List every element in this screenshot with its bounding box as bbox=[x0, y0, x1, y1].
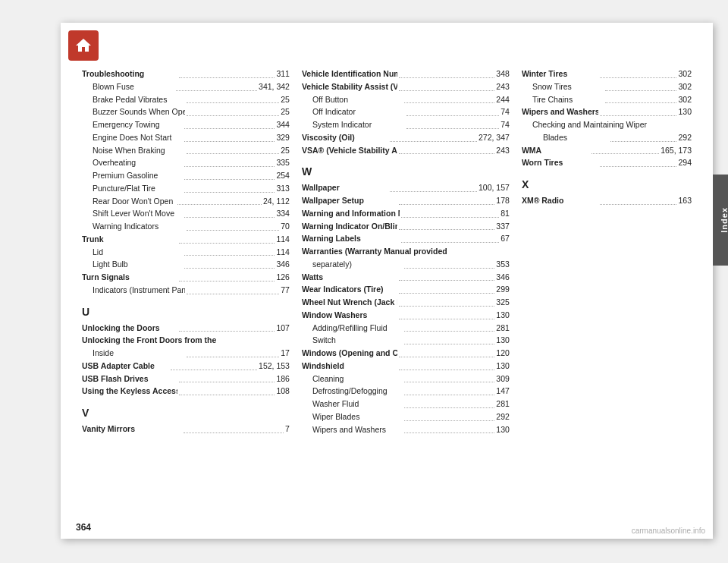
index-tab: Index bbox=[713, 175, 728, 266]
home-icon-button[interactable] bbox=[68, 30, 99, 61]
entry-dots bbox=[184, 119, 275, 129]
entry-page: 348 bbox=[496, 68, 510, 80]
entry-page: 107 bbox=[276, 322, 290, 335]
entry-page: 77 bbox=[281, 285, 290, 297]
index-entry: Watts346 bbox=[302, 272, 510, 284]
column-left: Troubleshooting311Blown Fuse341, 342Brak… bbox=[76, 68, 296, 516]
entry-title: Wiper Blades bbox=[302, 411, 403, 423]
entry-title: Wipers and Washers bbox=[302, 424, 403, 436]
entry-dots bbox=[401, 208, 499, 218]
section-heading: X bbox=[522, 177, 692, 193]
entry-dots bbox=[404, 259, 494, 269]
entry-page: 130 bbox=[496, 424, 510, 436]
entry-title: Using the Keyless Access System bbox=[82, 385, 177, 398]
entry-title: Wallpaper bbox=[302, 182, 389, 194]
entry-dots bbox=[406, 119, 499, 129]
index-entry: USB Adapter Cable152, 153 bbox=[82, 360, 290, 373]
index-entry: Lid114 bbox=[82, 247, 290, 259]
entry-dots bbox=[179, 373, 275, 383]
entry-title: Wipers and Washers bbox=[522, 106, 598, 118]
entry-title: XM® Radio bbox=[522, 195, 598, 207]
entry-dots bbox=[404, 335, 494, 344]
index-entry: Washer Fluid281 bbox=[302, 398, 510, 410]
index-entry: Unlocking the Front Doors from the bbox=[82, 335, 290, 347]
index-entry: Winter Tires302 bbox=[522, 68, 692, 80]
index-entry: Engine Does Not Start329 bbox=[82, 132, 290, 144]
entry-title: Off Button bbox=[302, 94, 403, 106]
entry-dots bbox=[179, 385, 275, 395]
index-entry: System Indicator74 bbox=[302, 119, 510, 131]
section-heading: U bbox=[82, 304, 290, 320]
index-entry: Puncture/Flat Tire313 bbox=[82, 183, 290, 195]
entry-title: USB Flash Drives bbox=[82, 373, 177, 385]
index-entry: Cleaning309 bbox=[302, 373, 510, 385]
index-entry: Wiper Blades292 bbox=[302, 411, 510, 423]
index-entry: Rear Door Won't Open24, 112 bbox=[82, 196, 290, 208]
entry-page: 302 bbox=[678, 68, 692, 80]
entry-page: 147 bbox=[496, 385, 510, 398]
entry-title: Premium Gasoline bbox=[82, 170, 183, 182]
entry-title: System Indicator bbox=[302, 119, 405, 131]
index-entry: Vehicle Identification Number348 bbox=[302, 68, 510, 80]
index-entry: Warranties (Warranty Manual provided bbox=[302, 246, 510, 258]
entry-dots bbox=[406, 106, 499, 116]
entry-title: WMA bbox=[522, 145, 590, 157]
entry-dots bbox=[179, 68, 275, 78]
entry-dots bbox=[184, 132, 275, 142]
entry-title: Off Indicator bbox=[302, 106, 405, 118]
entry-page: 341, 342 bbox=[259, 81, 290, 93]
index-entry: Shift Lever Won't Move334 bbox=[82, 208, 290, 220]
entry-page: 302 bbox=[678, 81, 692, 93]
index-entry: Adding/Refilling Fluid281 bbox=[302, 322, 510, 335]
entry-dots bbox=[610, 132, 676, 142]
entry-page: 292 bbox=[496, 411, 510, 423]
index-entry: Window Washers130 bbox=[302, 310, 510, 322]
entry-dots bbox=[187, 106, 279, 116]
entry-dots bbox=[399, 68, 494, 78]
index-entry: Buzzer Sounds When Opening Door25 bbox=[82, 106, 290, 118]
entry-dots bbox=[187, 221, 279, 231]
index-entry: Brake Pedal Vibrates25 bbox=[82, 94, 290, 106]
entry-dots bbox=[399, 284, 494, 294]
entry-title: Vehicle Stability Assist (VSA®) bbox=[302, 81, 397, 93]
column-right: Winter Tires302Snow Tires302Tire Chains3… bbox=[516, 68, 698, 516]
entry-page: 281 bbox=[496, 322, 510, 335]
entry-dots bbox=[399, 145, 494, 155]
index-entry: Wear Indicators (Tire)299 bbox=[302, 284, 510, 296]
index-entry: Worn Tires294 bbox=[522, 157, 692, 169]
entry-dots bbox=[404, 424, 494, 434]
entry-dots bbox=[184, 208, 275, 218]
entry-title: Light Bulb bbox=[82, 259, 183, 271]
entry-dots bbox=[187, 348, 279, 357]
entry-dots bbox=[592, 145, 660, 155]
entry-title: Winter Tires bbox=[522, 68, 598, 80]
entry-page: 165, 173 bbox=[661, 145, 692, 157]
entry-page: 292 bbox=[678, 132, 692, 144]
entry-dots bbox=[184, 183, 275, 193]
entry-title: Emergency Towing bbox=[82, 119, 183, 131]
entry-title: Overheating bbox=[82, 157, 183, 169]
entry-dots bbox=[401, 233, 499, 243]
entry-title: Blades bbox=[522, 132, 609, 144]
entry-page: 100, 157 bbox=[479, 182, 510, 194]
entry-page: 130 bbox=[496, 335, 510, 347]
index-entry: Inside17 bbox=[82, 348, 290, 360]
entry-page: 70 bbox=[281, 221, 290, 233]
entry-dots bbox=[390, 132, 477, 142]
entry-title: Indicators (Instrument Panel) bbox=[82, 285, 185, 297]
entry-dots bbox=[600, 106, 676, 116]
entry-title: Adding/Refilling Fluid bbox=[302, 322, 403, 335]
entry-dots bbox=[605, 94, 676, 104]
entry-dots bbox=[177, 196, 261, 206]
entry-title: Warning Indicator On/Blinking bbox=[302, 221, 397, 233]
entry-page: 346 bbox=[496, 272, 510, 284]
entry-title: Brake Pedal Vibrates bbox=[82, 94, 185, 106]
index-entry: Wheel Nut Wrench (Jack Handle)325 bbox=[302, 297, 510, 309]
index-entry: Warning Labels67 bbox=[302, 233, 510, 245]
entry-dots bbox=[404, 373, 494, 383]
entry-page: 130 bbox=[496, 360, 510, 373]
entry-page: 25 bbox=[281, 145, 290, 157]
entry-dots bbox=[187, 145, 279, 155]
entry-title: Rear Door Won't Open bbox=[82, 196, 176, 208]
entry-title: Defrosting/Defogging bbox=[302, 385, 403, 398]
